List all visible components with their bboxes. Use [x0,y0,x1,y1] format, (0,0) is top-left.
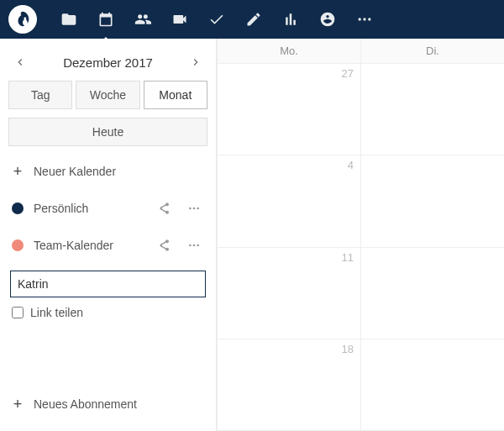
calendar-row[interactable]: Team-Kalender [5,227,211,264]
more-icon[interactable] [184,239,204,252]
view-day-button[interactable]: Tag [8,81,72,109]
nav-more[interactable] [346,0,383,39]
day-cell[interactable] [360,155,504,246]
nav-contacts[interactable] [124,0,161,39]
share-link-row[interactable]: Link teilen [5,306,211,328]
view-month-button[interactable]: Monat [144,81,207,109]
new-calendar-row[interactable]: + Neuer Kalender [5,153,211,190]
share-icon[interactable] [154,239,174,252]
day-cell[interactable]: 11 [217,248,360,339]
month-navigator: Dezember 2017 [5,45,211,81]
svg-point-8 [197,244,199,247]
new-subscription-row[interactable]: + Neues Abonnement [5,386,211,423]
week-row: 4 [217,155,504,247]
new-subscription-label: Neues Abonnement [34,397,204,411]
day-number: 18 [342,343,354,355]
svg-point-5 [197,208,199,210]
calendar-name: Persönlich [34,202,144,215]
month-title: Dezember 2017 [63,55,153,70]
nav-announcements[interactable] [309,0,346,39]
calendar-name: Team-Kalender [34,239,144,252]
nav-calendar[interactable] [87,0,124,39]
plus-icon: + [12,396,24,413]
nav-video[interactable] [161,0,198,39]
day-cell[interactable]: 4 [217,155,360,246]
calendar-row[interactable]: Persönlich [5,190,211,227]
svg-point-3 [189,208,192,210]
day-number: 27 [342,67,354,80]
app-logo[interactable] [8,5,37,34]
day-cell[interactable] [360,64,504,155]
day-cell[interactable]: 18 [217,339,360,430]
share-link-checkbox[interactable] [12,307,24,318]
day-header: Mo. [217,39,360,63]
day-cell[interactable] [360,248,504,339]
calendar-color-dot [12,239,24,251]
top-bar [0,0,504,39]
day-number: 4 [348,159,354,171]
svg-point-7 [193,244,196,247]
new-calendar-label: Neuer Kalender [34,165,204,178]
day-cell[interactable] [360,339,504,430]
sidebar: Dezember 2017 Tag Woche Monat Heute + Ne… [0,39,217,431]
share-user-input[interactable] [10,271,206,297]
plus-icon: + [12,163,24,181]
nav-activity[interactable] [272,0,309,39]
next-month-button[interactable] [186,52,206,72]
week-row: 18 [217,339,504,431]
nav-tasks[interactable] [198,0,235,39]
view-tabs: Tag Woche Monat [5,81,211,109]
prev-month-button[interactable] [10,52,30,72]
nav-notes[interactable] [235,0,272,39]
day-cell[interactable]: 27 [217,64,360,155]
view-week-button[interactable]: Woche [76,81,139,109]
day-number: 11 [342,251,354,264]
grid-header: Mo. Di. [217,39,504,64]
calendar-grid: Mo. Di. 27 4 11 18 [217,39,504,431]
grid-body: 27 4 11 18 [217,64,504,431]
nav-bar [50,0,383,39]
svg-point-6 [189,244,192,247]
week-row: 11 [217,248,504,339]
calendar-color-dot [12,202,24,214]
today-button[interactable]: Heute [8,118,207,146]
nav-files[interactable] [50,0,87,39]
svg-point-1 [363,18,365,20]
svg-point-2 [368,18,370,20]
more-icon[interactable] [184,202,204,215]
share-link-label: Link teilen [30,306,83,319]
share-icon[interactable] [154,202,174,215]
day-header: Di. [360,39,504,63]
week-row: 27 [217,64,504,155]
svg-point-4 [193,208,196,210]
svg-point-0 [359,18,361,20]
